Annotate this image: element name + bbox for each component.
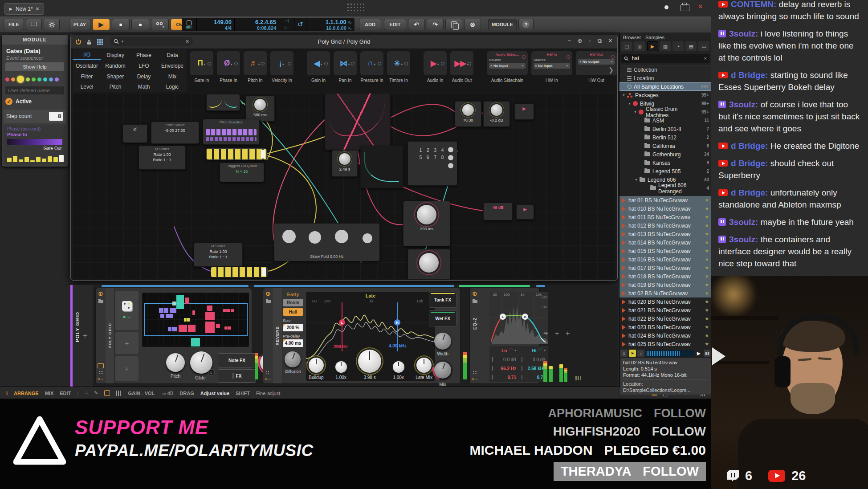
- browser-tab-icon[interactable]: ◔: [672, 41, 684, 51]
- sample-play-icon[interactable]: [622, 240, 626, 245]
- modulators-icon[interactable]: o→: [265, 376, 271, 381]
- module-chip[interactable]: ¡ ▼ Velocity In: [270, 51, 293, 83]
- category-item[interactable]: Math: [130, 83, 158, 91]
- info-icon[interactable]: i: [6, 391, 8, 396]
- tree-row[interactable]: Collection: [619, 65, 712, 74]
- favorite-star-icon[interactable]: ★: [705, 240, 709, 245]
- category-item[interactable]: Random: [101, 62, 130, 70]
- position-display[interactable]: 6.2.4.65 0:08.824: [235, 18, 279, 31]
- punch-icons[interactable]: ⊣⊢: [279, 18, 294, 31]
- preset-folder-icon[interactable]: [266, 300, 271, 303]
- grid-node[interactable]: -0.2 dB: [483, 101, 510, 127]
- gate-bar[interactable]: [13, 156, 17, 162]
- expand-arrow-icon[interactable]: ▼: [635, 178, 640, 181]
- sample-play-icon[interactable]: [622, 249, 626, 253]
- grid-node[interactable]: Ø: [122, 124, 147, 143]
- remote-controls-icon[interactable]: [98, 371, 103, 374]
- gate-bar[interactable]: [53, 157, 58, 162]
- device-name-vertical[interactable]: EQ-2: [473, 318, 477, 330]
- module-chip[interactable]: ∩ ▼ Pressure In: [360, 51, 383, 83]
- sample-play-icon[interactable]: [622, 257, 626, 262]
- modulator-add-slot[interactable]: +: [115, 332, 139, 354]
- category-item[interactable]: Oscillator: [73, 62, 101, 70]
- preview-play-button[interactable]: ▶: [695, 350, 702, 357]
- device-power-icon[interactable]: ⏼: [98, 291, 103, 297]
- grid-node[interactable]: -6f dB: [483, 203, 513, 220]
- project-tab-close-icon[interactable]: ×: [36, 6, 39, 12]
- add-device-button-2[interactable]: +: [555, 330, 559, 338]
- grid-node[interactable]: Pitch Scaler -9.00 27.00: [151, 122, 199, 144]
- record-button[interactable]: ●: [131, 19, 149, 30]
- color-swatch[interactable]: [17, 76, 24, 83]
- tree-row[interactable]: Location: [619, 74, 712, 82]
- sample-row[interactable]: hat 018 BS NuTecGrv.wav ★: [619, 272, 712, 281]
- sample-play-icon[interactable]: [622, 291, 626, 296]
- mix-knob[interactable]: [434, 362, 451, 379]
- category-item[interactable]: Envelope: [158, 62, 187, 70]
- category-item[interactable]: LFO: [130, 62, 158, 70]
- add-device-button-3[interactable]: +: [566, 330, 570, 338]
- tree-row[interactable]: Legend 505 2: [619, 167, 712, 175]
- tree-row[interactable]: Gothenburg 34: [619, 150, 712, 159]
- color-swatch[interactable]: [32, 77, 36, 82]
- sample-row[interactable]: hat 012 BS NuTecGrv.wav ★: [619, 221, 712, 230]
- sample-play-icon[interactable]: [622, 198, 626, 203]
- position-value[interactable]: 6.2.4.65: [236, 19, 276, 25]
- close-window-icon[interactable]: ✕: [608, 37, 613, 45]
- sample-play-icon[interactable]: [622, 224, 626, 228]
- browser-search-box[interactable]: ×: [621, 54, 709, 63]
- reverb-knob[interactable]: Buildup: [309, 358, 324, 380]
- room-button[interactable]: Room: [283, 299, 303, 306]
- favorite-star-icon[interactable]: ★: [705, 248, 709, 254]
- sample-row[interactable]: hat 011 BS NuTecGrv.wav ★: [619, 213, 712, 221]
- minimize-icon[interactable]: −: [568, 37, 571, 45]
- favorite-star-icon[interactable]: ★: [705, 265, 709, 271]
- sample-play-icon[interactable]: [622, 317, 626, 321]
- grid-window-titlebar[interactable]: ▼ ✕ Poly Grid / Poly Grid − ⊕ ↑ ⧉ ✕: [71, 35, 617, 49]
- timesig-value[interactable]: 4/4: [198, 25, 232, 31]
- piano-roll-icon[interactable]: [116, 391, 122, 396]
- expand-up-icon[interactable]: ↑: [588, 37, 591, 45]
- grid-node[interactable]: 1 2 3 4 5 6 7 8: [408, 141, 457, 186]
- color-swatch[interactable]: [37, 77, 41, 82]
- reverb-display[interactable]: Late 601001k10k L 298 Hz H 4.00 kHz: [306, 292, 435, 381]
- chip-scroll-arrow-icon[interactable]: ❯: [608, 66, 614, 73]
- diffusion-knob[interactable]: [285, 351, 301, 367]
- lo-cut-handle[interactable]: L: [339, 319, 345, 326]
- sample-row[interactable]: hat 023 BS NuTecGrv.wav ★: [619, 323, 712, 331]
- preview-pause-icon[interactable]: ▮▮: [704, 350, 711, 357]
- module-source-dropdown[interactable]: ▼: [466, 59, 469, 68]
- gate-bar[interactable]: [36, 157, 41, 162]
- module-source-dropdown[interactable]: ▼: [347, 59, 350, 68]
- size-value[interactable]: 200 %: [283, 324, 303, 331]
- sample-row[interactable]: hat 017 BS NuTecGrv.wav ★: [619, 264, 712, 272]
- sample-play-icon[interactable]: [622, 266, 626, 270]
- sample-row[interactable]: hat 015 BS NuTecGrv.wav ★: [619, 247, 712, 255]
- remote-controls-icon[interactable]: [473, 371, 477, 374]
- browser-search-input[interactable]: [631, 55, 702, 62]
- eq-lo-freq[interactable]: 66.2 Hz: [489, 366, 519, 371]
- module-chip[interactable]: Audio Sidec... Source × No Input▼ Audio …: [487, 51, 528, 83]
- favorite-star-icon[interactable]: ★: [705, 206, 709, 212]
- note-fx-slot[interactable]: Note FX: [218, 353, 256, 367]
- module-chip[interactable]: ♬ ▼ Pitch In: [244, 51, 267, 83]
- sample-row[interactable]: hat 024 BS NuTecGrv.wav ★: [619, 331, 712, 340]
- step-count-value[interactable]: 8: [49, 112, 63, 121]
- grid-node[interactable]: [211, 267, 268, 277]
- gate-bar[interactable]: [48, 156, 52, 162]
- snap-icon[interactable]: ∴: [85, 390, 88, 396]
- module-chip[interactable]: HW In Source × No Input▼ HW In: [531, 51, 572, 83]
- track-header[interactable]: POLY GRID +: [70, 285, 93, 387]
- sample-row[interactable]: hat 019 BS NuTecGrv.wav ★: [619, 281, 712, 289]
- gate-bar[interactable]: [24, 157, 29, 162]
- sample-row[interactable]: hat 016 BS NuTecGrv.wav ★: [619, 255, 712, 264]
- module-chip[interactable]: ⋈ ▼ Pan In: [334, 51, 357, 83]
- help-button[interactable]: ?: [518, 19, 534, 30]
- module-source-dropdown[interactable]: ▼: [436, 59, 440, 68]
- eq2-device[interactable]: ⏼ EQ-2 o→ 201001k10k +20 +10 -10: [469, 288, 540, 384]
- category-item[interactable]: Logic: [158, 83, 187, 91]
- eq-lo-q[interactable]: 0.71: [489, 375, 519, 380]
- sample-row[interactable]: hat 022 BS NuTecGrv.wav ★: [619, 314, 712, 323]
- edit-button[interactable]: EDIT: [384, 19, 406, 30]
- category-item[interactable]: Mix: [158, 73, 187, 81]
